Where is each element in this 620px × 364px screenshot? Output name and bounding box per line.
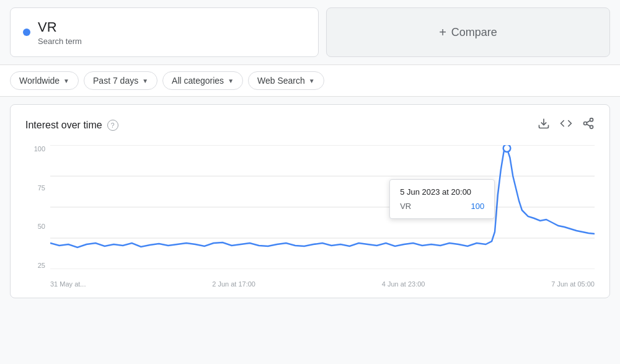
chart-inner: 5 Jun 2023 at 20:00 VR 100 [50, 145, 595, 269]
time-filter[interactable]: Past 7 days ▼ [84, 71, 157, 90]
location-chevron-icon: ▼ [63, 78, 69, 84]
svg-point-3 [590, 125, 593, 128]
svg-line-4 [587, 124, 590, 126]
y-label-100: 100 [34, 145, 45, 153]
y-label-50: 50 [38, 223, 45, 230]
time-chevron-icon: ▼ [142, 78, 148, 84]
search-term-title: VR [38, 19, 82, 35]
category-filter-label: All categories [172, 76, 224, 86]
category-chevron-icon: ▼ [228, 78, 234, 84]
embed-icon[interactable] [560, 117, 572, 133]
share-icon[interactable] [582, 117, 595, 133]
search-type-filter-label: Web Search [257, 76, 305, 86]
x-label-3: 4 Jun at 23:00 [382, 280, 425, 288]
search-term-card: VR Search term [10, 7, 319, 57]
search-type-chevron-icon: ▼ [309, 78, 315, 84]
download-icon[interactable] [538, 117, 550, 133]
y-label-25: 25 [38, 262, 45, 269]
y-label-75: 75 [38, 184, 45, 192]
x-label-4: 7 Jun at 05:00 [551, 280, 595, 288]
x-label-2: 2 Jun at 17:00 [212, 280, 255, 288]
svg-line-5 [587, 120, 590, 122]
chart-header: Interest over time ? [25, 117, 595, 133]
filters-bar: Worldwide ▼ Past 7 days ▼ All categories… [0, 64, 620, 97]
compare-card[interactable]: + Compare [326, 7, 610, 57]
line-chart-svg [50, 145, 595, 269]
chart-title-row: Interest over time ? [25, 120, 118, 131]
search-term-text: VR Search term [38, 19, 82, 46]
chart-actions [538, 117, 595, 133]
category-filter[interactable]: All categories ▼ [162, 71, 243, 90]
search-term-subtitle: Search term [38, 37, 82, 46]
y-axis: 100 75 50 25 [25, 145, 50, 269]
peak-dot [503, 145, 511, 152]
chart-section: Interest over time ? [10, 104, 610, 298]
chart-area: 100 75 50 25 5 Jun 2023 at 20:00 [25, 145, 595, 288]
x-label-1: 31 May at... [50, 280, 86, 288]
search-type-filter[interactable]: Web Search ▼ [248, 71, 324, 90]
location-filter[interactable]: Worldwide ▼ [10, 71, 79, 90]
x-axis: 31 May at... 2 Jun at 17:00 4 Jun at 23:… [50, 273, 595, 288]
svg-point-1 [590, 118, 593, 122]
info-icon[interactable]: ? [107, 120, 118, 131]
top-section: VR Search term + Compare [0, 0, 620, 64]
compare-label: Compare [451, 26, 497, 39]
compare-plus-icon: + [439, 25, 446, 40]
location-filter-label: Worldwide [19, 76, 60, 86]
chart-title: Interest over time [25, 120, 102, 131]
time-filter-label: Past 7 days [93, 76, 138, 86]
svg-point-2 [584, 122, 587, 125]
term-dot [23, 29, 30, 36]
